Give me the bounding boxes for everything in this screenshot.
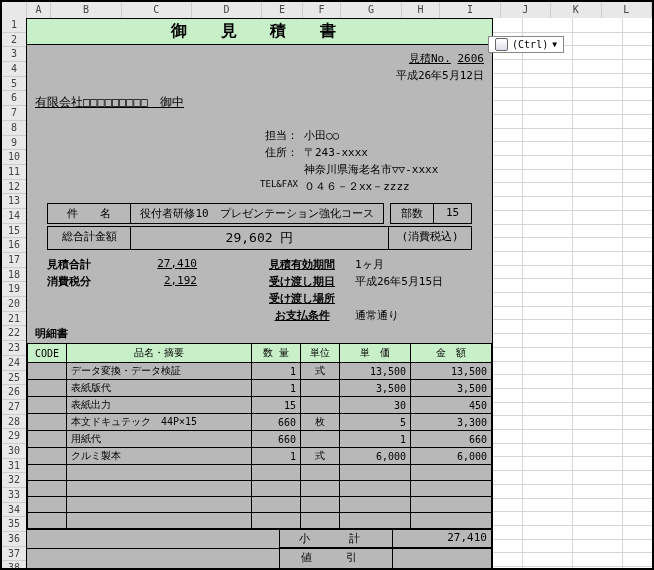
contact-block: 担当：小田○○ 住所：〒243-xxxx 神奈川県海老名市▽▽-xxxx TEL… (27, 127, 492, 195)
discount-row: 値 引 き (27, 548, 492, 570)
row-header[interactable]: 14 (2, 209, 26, 224)
table-row[interactable]: 用紙代6601660 (28, 431, 492, 448)
row-header[interactable]: 4 (2, 62, 26, 77)
table-row[interactable]: クルミ製本1式6,0006,000 (28, 448, 492, 465)
row-header[interactable]: 2 (2, 33, 26, 48)
row-header[interactable]: 10 (2, 150, 26, 165)
chevron-down-icon: ▼ (552, 40, 557, 49)
row-header[interactable]: 5 (2, 77, 26, 92)
row-header[interactable]: 16 (2, 238, 26, 253)
subject-row: 件 名 役付者研修10 プレゼンテーション強化コース 部数 15 (47, 203, 472, 224)
row-header[interactable]: 32 (2, 473, 26, 488)
row-header[interactable]: 35 (2, 517, 26, 532)
row-header[interactable]: 25 (2, 371, 26, 386)
col-header[interactable]: L (602, 2, 652, 18)
quotation-document: 御 見 積 書 見積No. 2606 平成26年5月12日 有限会社□□□□□□… (26, 18, 493, 570)
row-header[interactable]: 17 (2, 253, 26, 268)
table-row[interactable] (28, 465, 492, 481)
table-row[interactable] (28, 481, 492, 497)
row-header[interactable]: 29 (2, 429, 26, 444)
row-header[interactable]: 36 (2, 532, 26, 547)
row-header[interactable]: 22 (2, 326, 26, 341)
col-header[interactable]: A (27, 2, 52, 18)
doc-title: 御 見 積 書 (27, 19, 492, 45)
row-header[interactable]: 31 (2, 459, 26, 474)
col-header[interactable]: F (303, 2, 342, 18)
table-row[interactable] (28, 513, 492, 529)
addressee: 有限会社□□□□□□□□□ 御中 (27, 92, 492, 113)
row-header[interactable]: 19 (2, 282, 26, 297)
table-row[interactable]: データ変換・データ検証1式13,50013,500 (28, 363, 492, 380)
paste-options-smarttag[interactable]: (Ctrl) ▼ (488, 36, 564, 53)
row-header[interactable]: 9 (2, 136, 26, 151)
totals-block: 見積合計27,410 消費税分2,192 見積有効期間1ヶ月 受け渡し期日平成2… (27, 256, 492, 324)
line-items-table: CODE 品名・摘要 数 量 単位 単 価 金 額 データ変換・データ検証1式1… (27, 343, 492, 529)
col-header[interactable]: E (262, 2, 303, 18)
row-header[interactable]: 6 (2, 91, 26, 106)
row-header[interactable]: 12 (2, 180, 26, 195)
table-row[interactable]: 本文ドキュテック 44P×15660枚53,300 (28, 414, 492, 431)
table-row[interactable]: 表紙版代13,5003,500 (28, 380, 492, 397)
col-header[interactable]: I (440, 2, 500, 18)
col-header[interactable] (2, 2, 27, 18)
row-header[interactable]: 23 (2, 341, 26, 356)
col-header[interactable]: K (551, 2, 601, 18)
spreadsheet-viewport: ABCDEFGHIJKL 123456789101112131415161718… (0, 0, 654, 570)
subtotal-row: 小 計27,410 (27, 529, 492, 548)
issue-date: 平成26年5月12日 (27, 67, 492, 84)
row-header[interactable]: 28 (2, 415, 26, 430)
detail-heading: 明細書 (27, 324, 492, 343)
table-row[interactable]: 表紙出力1530450 (28, 397, 492, 414)
col-header[interactable]: H (402, 2, 441, 18)
col-header[interactable]: D (192, 2, 262, 18)
col-header[interactable]: C (122, 2, 192, 18)
row-headers: 1234567891011121314151617181920212223242… (2, 18, 27, 570)
row-header[interactable]: 3 (2, 47, 26, 62)
row-header[interactable]: 33 (2, 488, 26, 503)
row-header[interactable]: 26 (2, 385, 26, 400)
row-header[interactable]: 30 (2, 444, 26, 459)
row-header[interactable]: 24 (2, 356, 26, 371)
table-row[interactable] (28, 497, 492, 513)
row-header[interactable]: 27 (2, 400, 26, 415)
row-header[interactable]: 18 (2, 268, 26, 283)
grand-total-box: 総合計金額 29,602 円 (消費税込) (47, 226, 472, 250)
sheet-area[interactable]: 御 見 積 書 見積No. 2606 平成26年5月12日 有限会社□□□□□□… (26, 18, 652, 568)
row-header[interactable]: 1 (2, 18, 26, 33)
col-header[interactable]: J (501, 2, 551, 18)
row-header[interactable]: 13 (2, 194, 26, 209)
col-header[interactable]: G (341, 2, 401, 18)
column-headers: ABCDEFGHIJKL (2, 2, 652, 19)
row-header[interactable]: 38 (2, 561, 26, 570)
row-header[interactable]: 7 (2, 106, 26, 121)
row-header[interactable]: 21 (2, 312, 26, 327)
row-header[interactable]: 20 (2, 297, 26, 312)
clipboard-icon (495, 38, 508, 51)
row-header[interactable]: 11 (2, 165, 26, 180)
row-header[interactable]: 8 (2, 121, 26, 136)
col-header[interactable]: B (51, 2, 121, 18)
row-header[interactable]: 34 (2, 503, 26, 518)
row-header[interactable]: 37 (2, 547, 26, 562)
estimate-number: 見積No. 2606 (27, 45, 492, 67)
row-header[interactable]: 15 (2, 224, 26, 239)
